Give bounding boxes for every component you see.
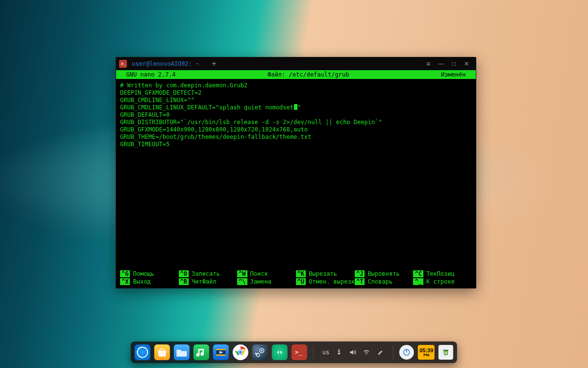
- new-tab-button[interactable]: +: [212, 60, 216, 68]
- power-button[interactable]: [399, 345, 414, 360]
- svg-point-16: [366, 353, 367, 354]
- trash-icon[interactable]: [439, 345, 453, 360]
- shortcut-label: Словарь: [368, 278, 392, 285]
- music-icon[interactable]: [194, 344, 209, 360]
- nano-version: GNU nano 2.7.4: [119, 71, 176, 78]
- nano-shortcut: ^\Замена: [237, 278, 296, 285]
- nano-shortcut: ^KВырезать: [296, 270, 355, 277]
- editor-line: GRUB_DEFAULT=0: [120, 111, 472, 119]
- steam-icon[interactable]: [252, 344, 268, 360]
- editor-line: GRUB_GFXMODE=1440x900,1280x800,1280x720,…: [120, 126, 472, 133]
- volume-icon[interactable]: [349, 348, 357, 356]
- svg-rect-3: [216, 354, 225, 356]
- svg-rect-19: [443, 350, 449, 351]
- movie-icon[interactable]: [213, 344, 229, 360]
- nano-shortcut: ^WПоиск: [237, 270, 296, 277]
- clock-suffix: PM: [423, 353, 429, 357]
- editor-line: GRUB_THEME=/boot/grub/themes/deepin-fall…: [120, 133, 472, 141]
- usb-icon[interactable]: [335, 348, 343, 356]
- desktop: user@lenovoAIO02: ~ + ≡ — □ ✕ GNU nano 2…: [0, 0, 588, 368]
- svg-marker-12: [277, 351, 279, 354]
- nano-shortcut: ^GПомощь: [120, 270, 179, 277]
- svg-rect-2: [216, 349, 225, 350]
- svg-text:>_: >_: [295, 349, 302, 356]
- terminal-window: user@lenovoAIO02: ~ + ≡ — □ ✕ GNU nano 2…: [116, 57, 476, 289]
- editor-line: GRUB_CMDLINE_LINUX_DEFAULT="splash quiet…: [120, 104, 472, 111]
- shortcut-key: ^X: [120, 278, 130, 285]
- nano-editor-area[interactable]: # Written by com.deepin.daemon.Grub2DEEP…: [116, 79, 476, 269]
- terminal-icon[interactable]: >_: [292, 344, 307, 360]
- nano-shortcut-bar: ^GПомощь^OЗаписать^WПоиск^KВырезать^JВыр…: [116, 269, 476, 288]
- shortcut-label: Записать: [192, 270, 220, 277]
- editor-line: DEEPIN_GFXMODE_DETECT=2: [120, 89, 472, 97]
- nano-shortcut: ^JВыровнять: [355, 270, 414, 277]
- shortcut-key: ^_: [413, 278, 423, 285]
- shortcut-key: ^J: [355, 270, 365, 277]
- text-cursor: [294, 104, 297, 110]
- nano-filename: Файл: /etc/default/grub: [176, 71, 441, 78]
- shortcut-key: ^C: [413, 270, 423, 277]
- shortcut-label: Выровнять: [368, 270, 399, 277]
- nano-shortcut: ^RЧитФайл: [179, 278, 238, 285]
- shortcut-label: Поиск: [250, 270, 268, 277]
- shortcut-key: ^R: [179, 278, 189, 285]
- shortcut-key: ^G: [120, 270, 130, 277]
- wifi-icon[interactable]: [363, 348, 370, 356]
- svg-point-10: [261, 350, 263, 352]
- shortcut-key: ^\: [237, 278, 247, 285]
- terminal-app-icon: [119, 60, 127, 68]
- clock[interactable]: 05:39 PM: [418, 345, 435, 360]
- dock: >_ us 05:39 PM: [131, 342, 457, 363]
- svg-point-8: [239, 351, 242, 354]
- chrome-icon[interactable]: [233, 344, 248, 360]
- clock-time: 05:39: [419, 348, 433, 353]
- nano-shortcut: ^TСловарь: [355, 278, 414, 285]
- code-editor-icon[interactable]: [272, 344, 288, 360]
- editor-line: # Written by com.deepin.daemon.Grub2: [120, 82, 472, 89]
- nano-modified: Изменён: [441, 71, 473, 78]
- shortcut-key: ^T: [355, 278, 365, 285]
- shortcut-label: К строке: [426, 278, 455, 285]
- nano-shortcut: ^_К строке: [413, 278, 472, 285]
- shortcut-key: ^O: [179, 270, 189, 277]
- shortcut-label: ТекПозиц: [426, 270, 455, 277]
- shortcut-label: ЧитФайл: [192, 278, 217, 285]
- shortcut-label: Вырезать: [309, 270, 337, 277]
- editor-line: GRUB_TIMEOUT=5: [120, 141, 472, 148]
- editor-line: GRUB_CMDLINE_LINUX="": [120, 97, 472, 104]
- editor-line: GRUB_DISTRIBUTOR="`/usr/bin/lsb_release …: [120, 119, 472, 126]
- shortcut-key: ^K: [296, 270, 306, 277]
- window-titlebar[interactable]: user@lenovoAIO02: ~ + ≡ — □ ✕: [116, 57, 476, 70]
- shortcut-key: ^W: [237, 270, 247, 277]
- shortcut-key: ^U: [296, 278, 306, 285]
- nano-header-bar: GNU nano 2.7.4 Файл: /etc/default/grub И…: [116, 70, 476, 79]
- system-tray: us: [319, 348, 387, 356]
- nano-shortcut: ^XВыход: [120, 278, 179, 285]
- keyboard-layout-indicator[interactable]: us: [322, 349, 329, 356]
- svg-point-15: [339, 349, 340, 350]
- dock-separator: [313, 346, 314, 359]
- shortcut-label: Помощь: [133, 270, 154, 277]
- nano-shortcut: ^OЗаписать: [179, 270, 238, 277]
- dock-separator: [393, 346, 393, 359]
- file-manager-icon[interactable]: [174, 344, 190, 360]
- window-minimize-button[interactable]: —: [435, 57, 447, 70]
- shortcut-label: Выход: [133, 278, 150, 285]
- shortcut-label: Замена: [250, 278, 271, 285]
- svg-marker-13: [281, 351, 283, 354]
- window-title: user@lenovoAIO02: ~: [132, 60, 199, 67]
- launcher-icon[interactable]: [135, 344, 150, 360]
- nano-shortcut: ^UОтмен. вырезк: [296, 278, 355, 285]
- shortcut-label: Отмен. вырезк: [309, 278, 355, 285]
- app-store-icon[interactable]: [154, 344, 170, 360]
- device-icon[interactable]: [376, 348, 384, 356]
- window-maximize-button[interactable]: □: [447, 57, 460, 70]
- window-close-button[interactable]: ✕: [460, 57, 473, 70]
- nano-shortcut: ^CТекПозиц: [413, 270, 472, 277]
- window-menu-button[interactable]: ≡: [422, 57, 435, 70]
